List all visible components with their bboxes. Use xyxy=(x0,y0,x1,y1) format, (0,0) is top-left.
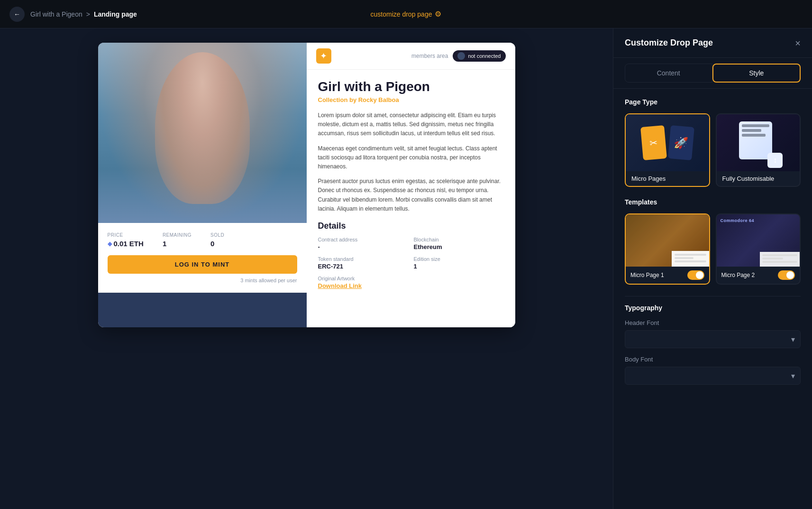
breadcrumb: Girl with a Pigeon > Landing page xyxy=(30,10,137,18)
collection-author: Rocky Balboa xyxy=(358,96,399,103)
landing-inner: PRICE ◆ 0.01 ETH REMAINING 1 xyxy=(98,43,515,327)
thumb-line-2 xyxy=(742,129,761,132)
templates-grid: Micro Page 1 Commodore 64 xyxy=(625,213,801,285)
divider-1 xyxy=(625,296,801,296)
remaining-label: REMAINING xyxy=(163,232,192,238)
contract-address-label: Contract address xyxy=(318,237,408,242)
mint-button[interactable]: LOG IN TO MINT xyxy=(108,255,297,274)
commodore-label: Commodore 64 xyxy=(721,218,755,223)
token-standard-val: ERC-721 xyxy=(318,263,408,270)
token-standard-label: Token standard xyxy=(318,256,408,262)
page-type-micro[interactable]: ✂ 🚀 Micro Pages xyxy=(625,113,710,187)
preview-image-section: PRICE ◆ 0.01 ETH REMAINING 1 xyxy=(98,43,307,327)
price-value: ◆ 0.01 ETH xyxy=(108,240,144,248)
remaining-col: REMAINING 1 xyxy=(163,232,192,248)
micro-thumb-card-2: 🚀 xyxy=(668,125,694,160)
toggle-track-1[interactable] xyxy=(687,270,704,280)
typography-title: Typography xyxy=(625,304,801,312)
sold-value: 0 xyxy=(210,240,224,248)
thumb2-content xyxy=(760,252,800,267)
template-2-label: Micro Page 2 xyxy=(721,272,755,278)
contract-address-val: - xyxy=(318,243,408,250)
top-bar: ← Girl with a Pigeon > Landing page cust… xyxy=(0,0,812,28)
customize-link-label: customize drop page xyxy=(371,10,432,18)
micro-thumb-icons: ✂ 🚀 xyxy=(642,126,693,159)
preview-desc-3: Praesent auctor purus luctus enim egesta… xyxy=(318,177,504,213)
mints-note: 3 mints allowed per user xyxy=(108,278,297,283)
header-font-label: Header Font xyxy=(625,319,801,326)
sold-col: SOLD 0 xyxy=(210,232,224,248)
details-title: Details xyxy=(318,221,504,231)
edition-size-item: Edition size 1 xyxy=(414,256,504,270)
edition-size-label: Edition size xyxy=(414,256,504,262)
template-thumb-2: Commodore 64 xyxy=(717,214,800,267)
details-grid: Contract address - Blockchain Ethereum T… xyxy=(318,237,504,289)
custom-thumb-card xyxy=(739,121,772,159)
page-type-title: Page Type xyxy=(625,98,801,106)
t2-line-2 xyxy=(762,258,784,259)
template-label-row-1: Micro Page 1 xyxy=(626,267,709,284)
t2-line-3 xyxy=(762,261,797,263)
tab-style[interactable]: Style xyxy=(712,64,801,83)
not-connected-label: not connected xyxy=(468,53,501,59)
template-label-row-2: Micro Page 2 xyxy=(717,267,800,284)
custom-thumb-badge: ↕ xyxy=(767,153,783,168)
tools-icon: ✂ xyxy=(649,137,658,148)
preview-content-section: ✦ members area not connected Girl with a… xyxy=(307,43,515,327)
back-button[interactable]: ← xyxy=(9,7,25,22)
micro-pages-thumb: ✂ 🚀 xyxy=(626,114,709,171)
template-thumb-1 xyxy=(626,214,709,267)
right-panel: Customize Drop Page × Content Style Page… xyxy=(613,28,812,509)
body-font-label: Body Font xyxy=(625,356,801,363)
preview-header: ✦ members area not connected xyxy=(307,43,515,70)
preview-logo: ✦ xyxy=(316,48,331,64)
typography-section: Header Font Body Font xyxy=(625,319,801,385)
download-link[interactable]: Download Link xyxy=(318,282,408,289)
price-amount: 0.01 ETH xyxy=(114,240,144,248)
preview-area: PRICE ◆ 0.01 ETH REMAINING 1 xyxy=(0,28,613,509)
toggle-thumb-2 xyxy=(786,271,794,279)
custom-thumb-inner: ↕ xyxy=(739,121,777,164)
page-type-custom[interactable]: ↕ Fully Customisable xyxy=(716,113,801,187)
header-font-select[interactable] xyxy=(625,330,801,348)
landing-page-preview: PRICE ◆ 0.01 ETH REMAINING 1 xyxy=(98,43,515,327)
blockchain-item: Blockchain Ethereum xyxy=(414,237,504,250)
panel-content: Page Type ✂ 🚀 Micro Pages xyxy=(613,89,812,509)
breadcrumb-parent: Girl with a Pigeon xyxy=(30,10,82,18)
template-card-1[interactable]: Micro Page 1 xyxy=(625,213,710,285)
customize-drop-page-link[interactable]: customize drop page ⚙ xyxy=(371,9,442,19)
micro-pages-label: Micro Pages xyxy=(626,171,709,186)
preview-body: Girl with a Pigeon Collection by Rocky B… xyxy=(307,70,515,299)
preview-desc-2: Maecenas eget condimentum velit, sit ame… xyxy=(318,144,504,172)
breadcrumb-separator: > xyxy=(86,10,90,18)
blockchain-val: Ethereum xyxy=(414,243,504,250)
preview-title: Girl with a Pigeon xyxy=(318,79,504,94)
header-font-wrapper xyxy=(625,330,801,348)
toggle-track-2[interactable] xyxy=(778,270,795,280)
preview-price-section: PRICE ◆ 0.01 ETH REMAINING 1 xyxy=(98,223,307,293)
panel-title: Customize Drop Page xyxy=(625,38,713,48)
preview-artwork xyxy=(98,43,307,223)
price-col: PRICE ◆ 0.01 ETH xyxy=(108,232,144,248)
template-2-toggle[interactable] xyxy=(778,270,795,280)
gear-icon: ⚙ xyxy=(435,9,441,19)
t2-line-1 xyxy=(762,254,797,256)
body-font-select[interactable] xyxy=(625,367,801,385)
custom-thumb: ↕ xyxy=(717,114,800,171)
template-1-label: Micro Page 1 xyxy=(630,272,664,278)
main-layout: PRICE ◆ 0.01 ETH REMAINING 1 xyxy=(0,28,812,509)
template-1-toggle[interactable] xyxy=(687,270,704,280)
price-label: PRICE xyxy=(108,232,144,238)
tab-content[interactable]: Content xyxy=(625,64,712,83)
template-card-2[interactable]: Commodore 64 Micro Page 2 xyxy=(716,213,801,285)
preview-collection: Collection by Rocky Balboa xyxy=(318,96,504,103)
blockchain-label: Blockchain xyxy=(414,237,504,242)
micro-thumb-card-1: ✂ xyxy=(640,125,667,160)
edition-size-val: 1 xyxy=(414,263,504,270)
breadcrumb-current: Landing page xyxy=(94,10,137,18)
collection-prefix: Collection by xyxy=(318,96,358,103)
body-font-wrapper xyxy=(625,367,801,385)
artwork-figure xyxy=(98,43,307,223)
close-button[interactable]: × xyxy=(795,38,801,48)
members-area-label: members area xyxy=(411,53,448,59)
